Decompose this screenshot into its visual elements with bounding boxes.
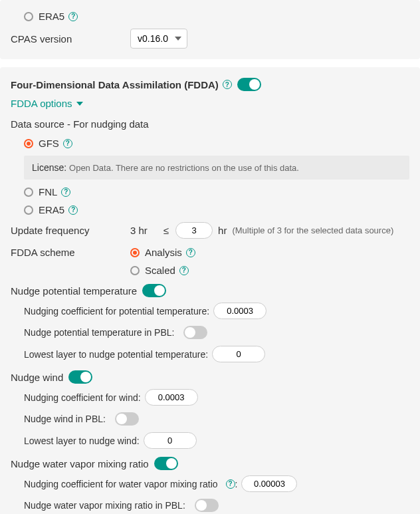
- nudge-wind-pbl-toggle[interactable]: [115, 412, 139, 426]
- nudge-wind-lowest-input[interactable]: [144, 432, 197, 449]
- radio-analysis[interactable]: [130, 248, 140, 257]
- nudge-vapor-coef-input[interactable]: [241, 475, 297, 492]
- radio-item-gfs: GFS ?: [24, 138, 409, 149]
- help-icon[interactable]: ?: [226, 479, 235, 489]
- help-icon[interactable]: ?: [63, 139, 72, 148]
- update-freq-hint: (Multiple of 3 for the selected data sou…: [232, 225, 393, 235]
- radio-era5-top[interactable]: [24, 12, 33, 21]
- radio-item-era5: ERA5 ?: [24, 204, 409, 215]
- license-box: License: Open Data. There are no restric…: [24, 156, 409, 180]
- chevron-down-icon: [76, 102, 83, 106]
- fdda-options-collapse[interactable]: FDDA options: [11, 98, 409, 109]
- radio-gfs[interactable]: [24, 139, 33, 148]
- nudge-wind-toggle[interactable]: [68, 370, 92, 384]
- license-label: License:: [32, 162, 66, 173]
- era5-label: ERA5: [39, 204, 64, 215]
- radio-item-analysis: Analysis ?: [130, 247, 195, 258]
- help-icon[interactable]: ?: [61, 188, 70, 197]
- nudge-temp-pbl-label: Nudge potential temperature in PBL:: [24, 327, 174, 338]
- radio-item-scaled: Scaled ?: [130, 265, 195, 276]
- nudge-wind-coef-input[interactable]: [145, 389, 198, 406]
- update-freq-input[interactable]: [175, 222, 213, 239]
- top-panel: ERA5 ? CPAS version v0.16.0: [0, 0, 420, 59]
- help-icon[interactable]: ?: [223, 80, 232, 89]
- nudge-temp-toggle[interactable]: [142, 284, 166, 297]
- data-source-label: Data source - For nudging data: [11, 118, 409, 130]
- help-icon[interactable]: ?: [179, 266, 189, 275]
- license-text: Open Data. There are no restrictions on …: [69, 163, 299, 173]
- nudge-wind-title: Nudge wind: [11, 372, 63, 383]
- nudge-vapor-toggle[interactable]: [154, 457, 178, 470]
- scaled-label: Scaled: [145, 265, 175, 276]
- help-icon[interactable]: ?: [68, 12, 78, 21]
- nudge-vapor-pbl-toggle[interactable]: [195, 499, 219, 512]
- fnl-label: FNL: [39, 186, 57, 197]
- nudge-temp-lowest-label: Lowest layer to nudge potential temperat…: [24, 349, 208, 360]
- help-icon[interactable]: ?: [186, 248, 195, 257]
- cpas-version-label: CPAS version: [11, 33, 130, 45]
- radio-era5[interactable]: [24, 205, 33, 215]
- update-freq-label: Update frequency: [11, 225, 130, 236]
- nudge-temp-coef-input[interactable]: [213, 303, 266, 319]
- nudge-wind-pbl-label: Nudge wind in PBL:: [24, 414, 106, 424]
- nudge-vapor-title: Nudge water vapor mixing ratio: [11, 458, 149, 469]
- nudge-vapor-coef-label: Nudging coefficient for water vapor mixi…: [24, 479, 218, 489]
- radio-fnl[interactable]: [24, 188, 33, 197]
- update-freq-unit: hr: [218, 225, 227, 236]
- update-freq-op: ≤: [163, 225, 169, 236]
- nudge-wind-lowest-label: Lowest layer to nudge wind:: [24, 436, 140, 446]
- nudge-temp-coef-label: Nudging coefficient for potential temper…: [24, 306, 209, 317]
- cpas-version-select[interactable]: v0.16.0: [130, 29, 187, 49]
- nudge-temp-pbl-toggle[interactable]: [183, 326, 207, 339]
- radio-scaled[interactable]: [130, 266, 140, 275]
- fdda-title: Four-Dimensional Data Assimilation (FDDA…: [11, 79, 219, 90]
- update-freq-fixed: 3 hr: [130, 225, 148, 236]
- fdda-options-label: FDDA options: [11, 98, 72, 109]
- help-icon[interactable]: ?: [68, 205, 78, 215]
- era5-top-label: ERA5: [39, 11, 64, 22]
- fdda-toggle[interactable]: [237, 78, 261, 91]
- gfs-label: GFS: [39, 138, 59, 149]
- radio-item-fnl: FNL ?: [24, 186, 409, 197]
- fdda-panel: Four-Dimensional Data Assimilation (FDDA…: [0, 67, 420, 514]
- analysis-label: Analysis: [145, 247, 182, 258]
- nudge-vapor-pbl-label: Nudge water vapor mixing ratio in PBL:: [24, 500, 185, 511]
- nudge-temp-lowest-input[interactable]: [212, 346, 265, 362]
- nudge-wind-coef-label: Nudging coefficient for wind:: [24, 392, 141, 403]
- nudge-temp-title: Nudge potential temperature: [11, 285, 137, 297]
- fdda-scheme-label: FDDA scheme: [11, 247, 130, 258]
- radio-item-era5-top: ERA5 ?: [24, 11, 409, 22]
